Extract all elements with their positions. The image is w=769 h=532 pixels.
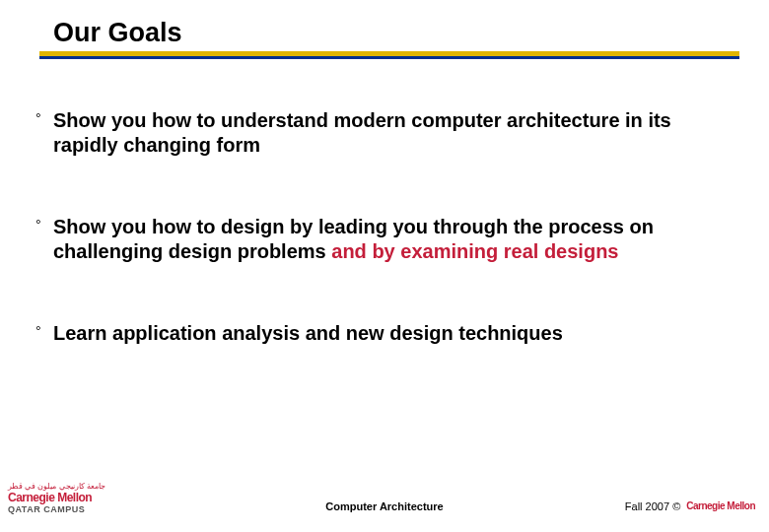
logo-arabic-text: جامعة كارنيجي ميلون في قطر bbox=[8, 482, 105, 491]
footer-right: Fall 2007 © Carnegie Mellon bbox=[625, 500, 755, 512]
bullet-text-highlight: and by examining real designs bbox=[331, 240, 618, 262]
slide-title: Our Goals bbox=[53, 18, 739, 54]
bullet-text: Show you how to understand modern comput… bbox=[53, 108, 739, 158]
logo-qatar-campus: QATAR CAMPUS bbox=[8, 504, 105, 514]
bullet-marker: ° bbox=[35, 321, 53, 346]
title-block: Our Goals bbox=[53, 18, 739, 54]
bullet-item: ° Show you how to understand modern comp… bbox=[35, 108, 739, 158]
content-area: ° Show you how to understand modern comp… bbox=[35, 108, 739, 403]
logo-carnegie-mellon: Carnegie Mellon bbox=[8, 491, 105, 504]
bullet-text: Learn application analysis and new desig… bbox=[53, 321, 563, 346]
logo-left: جامعة كارنيجي ميلون في قطر Carnegie Mell… bbox=[8, 482, 105, 514]
footer-term: Fall 2007 © bbox=[625, 500, 680, 512]
footer-center-text: Computer Architecture bbox=[325, 500, 443, 512]
bullet-item: ° Show you how to design by leading you … bbox=[35, 215, 739, 264]
footer: جامعة كارنيجي ميلون في قطر Carnegie Mell… bbox=[0, 479, 769, 522]
title-underline-blue bbox=[39, 56, 739, 59]
bullet-marker: ° bbox=[35, 215, 53, 264]
logo-right: Carnegie Mellon bbox=[686, 501, 755, 511]
bullet-marker: ° bbox=[35, 108, 53, 158]
logo-right-cm: Carnegie Mellon bbox=[686, 501, 755, 511]
bullet-item: ° Learn application analysis and new des… bbox=[35, 321, 739, 346]
slide: Our Goals ° Show you how to understand m… bbox=[0, 0, 769, 532]
bullet-text: Show you how to design by leading you th… bbox=[53, 215, 739, 264]
